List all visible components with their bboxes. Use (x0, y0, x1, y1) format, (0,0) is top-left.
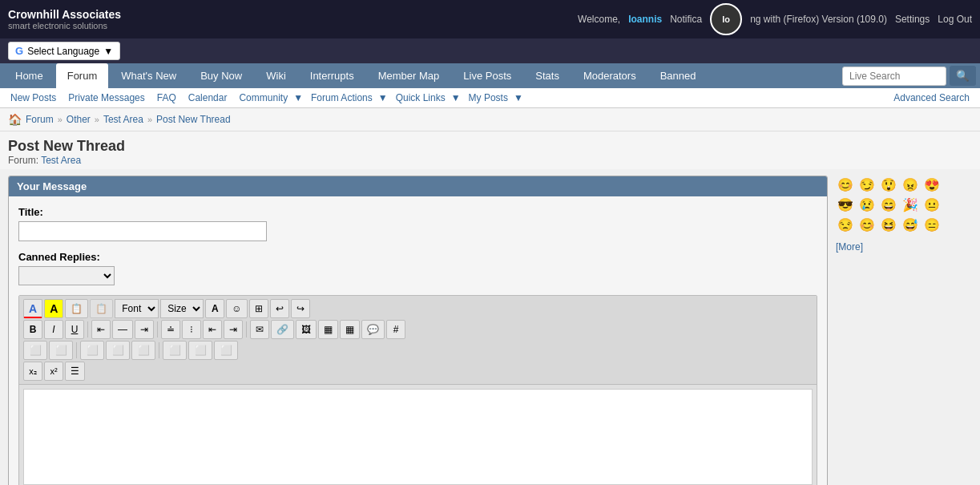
quote-btn[interactable]: 💬 (361, 320, 385, 339)
quick-links-dropdown-icon: ▼ (451, 92, 461, 103)
special-chars-btn[interactable]: ⊞ (249, 299, 268, 318)
unordered-list-btn[interactable]: ⁝ (182, 320, 201, 339)
more-emoticons-link[interactable]: [More] (836, 241, 863, 253)
email-btn[interactable]: ✉ (250, 320, 269, 339)
nav-whats-new[interactable]: What's New (110, 63, 188, 88)
emoticon-15[interactable]: 😑 (922, 216, 942, 234)
emoticon-13[interactable]: 😆 (879, 216, 898, 234)
emoticon-12[interactable]: 😊 (857, 216, 877, 234)
subnav-community[interactable]: Community▼ (235, 91, 303, 105)
breadcrumb-test-area[interactable]: Test Area (103, 114, 143, 125)
editor-content[interactable] (23, 389, 813, 485)
emoticon-4[interactable]: 😠 (901, 176, 920, 194)
indent-btn[interactable]: ⇥ (224, 320, 243, 339)
table-options-btn[interactable]: ▦ (340, 320, 360, 339)
emoticon-6[interactable]: 😎 (836, 196, 855, 214)
nav-live-posts[interactable]: Live Posts (452, 63, 522, 88)
emoticons-grid: 😊 😏 😲 😠 😍 😎 😢 😄 🎉 😐 😒 😊 😆 😅 😑 (836, 176, 972, 234)
avatar-initial: Io (722, 14, 730, 24)
subnav-faq[interactable]: FAQ (153, 91, 180, 105)
search-input[interactable] (842, 67, 946, 86)
emoticon-3[interactable]: 😲 (879, 176, 898, 194)
ordered-list-btn[interactable]: ≐ (161, 320, 180, 339)
subnav-my-posts[interactable]: My Posts▼ (465, 91, 523, 105)
subnav-new-posts[interactable]: New Posts (6, 91, 60, 105)
link-btn[interactable]: 🔗 (271, 320, 294, 339)
extra-btn-6[interactable]: ⬜ (163, 341, 187, 360)
nav-moderators[interactable]: Moderators (572, 63, 647, 88)
nav-banned[interactable]: Banned (649, 63, 708, 88)
paste-plain-btn[interactable]: 📋 (90, 299, 113, 318)
nav-wiki[interactable]: Wiki (255, 63, 297, 88)
breadcrumb-post-new-thread[interactable]: Post New Thread (156, 114, 231, 125)
settings-link[interactable]: Settings (895, 14, 930, 25)
nav-buy-now[interactable]: Buy Now (189, 63, 253, 88)
nav-forum[interactable]: Forum (56, 63, 109, 88)
sep-1 (87, 321, 88, 337)
toolbar: A A 📋 📋 Font Size A ☺ (19, 296, 817, 385)
paste-btn[interactable]: 📋 (65, 299, 88, 318)
font-select[interactable]: Font (115, 299, 159, 318)
advanced-search-link[interactable]: Advanced Search (889, 91, 974, 105)
text-color-btn[interactable]: A (205, 299, 224, 318)
align-center-btn[interactable]: ― (112, 320, 133, 339)
underline-btn[interactable]: U (65, 320, 84, 339)
topbar: Crownhill Associates smart electronic so… (0, 0, 980, 38)
title-input[interactable] (18, 221, 267, 241)
community-dropdown-icon: ▼ (293, 92, 303, 103)
extra-btn-1[interactable]: ⬜ (23, 341, 47, 360)
subscript-btn[interactable]: x₂ (23, 362, 42, 381)
redo-btn[interactable]: ↪ (291, 299, 310, 318)
emoticons-btn[interactable]: ☺ (226, 299, 247, 318)
extra-btn-4[interactable]: ⬜ (106, 341, 130, 360)
extra-btn-3[interactable]: ⬜ (80, 341, 104, 360)
nav-member-map[interactable]: Member Map (367, 63, 451, 88)
nav-home[interactable]: Home (4, 63, 54, 88)
emoticon-10[interactable]: 😐 (922, 196, 942, 214)
breadcrumb-sep-3: » (147, 115, 152, 124)
emoticon-9[interactable]: 🎉 (901, 196, 920, 214)
indent2-btn[interactable]: ☰ (65, 362, 85, 381)
font-color-btn[interactable]: A (23, 299, 42, 318)
nav-interrupts[interactable]: Interrupts (299, 63, 365, 88)
emoticon-11[interactable]: 😒 (836, 216, 855, 234)
outdent-btn[interactable]: ⇤ (203, 320, 222, 339)
code-btn[interactable]: # (386, 320, 405, 339)
breadcrumb-sep-2: » (95, 115, 99, 124)
subnav-forum-actions[interactable]: Forum Actions▼ (307, 91, 388, 105)
subnav-calendar[interactable]: Calendar (184, 91, 232, 105)
table-btn[interactable]: ▦ (318, 320, 338, 339)
subnav-private-messages[interactable]: Private Messages (64, 91, 148, 105)
extra-btn-8[interactable]: ⬜ (214, 341, 238, 360)
undo-btn[interactable]: ↩ (270, 299, 289, 318)
extra-btn-2[interactable]: ⬜ (49, 341, 73, 360)
emoticons-row-3: 😒 😊 😆 😅 😑 (836, 216, 972, 234)
align-left-btn[interactable]: ⇤ (91, 320, 111, 339)
image-btn[interactable]: 🖼 (296, 320, 317, 339)
size-select[interactable]: Size (160, 299, 204, 318)
emoticon-1[interactable]: 😊 (836, 176, 855, 194)
emoticon-7[interactable]: 😢 (857, 196, 877, 214)
extra-btn-7[interactable]: ⬜ (188, 341, 212, 360)
search-button[interactable]: 🔍 (950, 66, 976, 86)
bold-btn[interactable]: B (23, 320, 42, 339)
subnav-quick-links[interactable]: Quick Links▼ (392, 91, 461, 105)
emoticon-2[interactable]: 😏 (857, 176, 877, 194)
logout-link[interactable]: Log Out (938, 14, 972, 25)
emoticon-8[interactable]: 😄 (879, 196, 898, 214)
emoticon-14[interactable]: 😅 (901, 216, 920, 234)
breadcrumb-forum[interactable]: Forum (26, 114, 54, 125)
google-translate-widget[interactable]: G Select Language ▼ (8, 42, 120, 60)
nav-stats[interactable]: Stats (524, 63, 571, 88)
sep-2 (157, 321, 158, 337)
extra-btn-5[interactable]: ⬜ (131, 341, 155, 360)
canned-replies-select[interactable] (18, 266, 115, 285)
font-highlight-btn[interactable]: A (44, 299, 63, 318)
notification-label: Notifica (670, 14, 702, 25)
italic-btn[interactable]: I (44, 320, 63, 339)
superscript-btn[interactable]: x² (44, 362, 63, 381)
forum-name-link[interactable]: Test Area (41, 155, 81, 166)
align-right-btn[interactable]: ⇥ (135, 320, 154, 339)
breadcrumb-other[interactable]: Other (67, 114, 91, 125)
emoticon-5[interactable]: 😍 (922, 176, 942, 194)
